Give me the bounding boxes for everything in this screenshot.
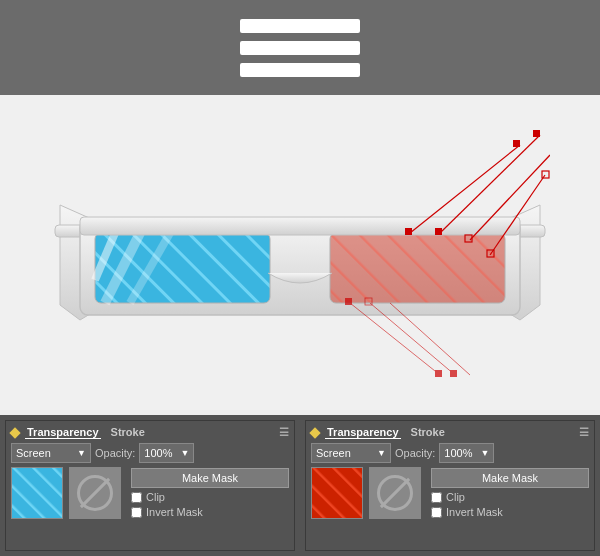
- invert-mask-label-left: Invert Mask: [146, 506, 203, 518]
- opacity-label-right: Opacity:: [395, 447, 435, 459]
- panel-options-right: Make Mask Clip Invert Mask: [431, 468, 589, 518]
- hamburger-line-2: [240, 41, 360, 55]
- blend-mode-dropdown-right[interactable]: Screen ▼: [311, 443, 391, 463]
- thumbnail-svg-left: [12, 468, 63, 519]
- hamburger-line-3: [240, 63, 360, 77]
- panel-menu-right[interactable]: ☰: [579, 426, 589, 439]
- blend-mode-dropdown-left[interactable]: Screen ▼: [11, 443, 91, 463]
- panel-tabs-right[interactable]: Transparency Stroke: [325, 426, 447, 439]
- dropdown-arrow-right: ▼: [377, 448, 386, 458]
- panel-controls-right: Screen ▼ Opacity: 100% ▼: [311, 443, 589, 463]
- transparency-panel-right: Transparency Stroke ☰ Screen ▼ Opacity: …: [305, 420, 595, 551]
- clip-checkbox-right[interactable]: [431, 492, 442, 503]
- clip-label-right: Clip: [446, 491, 465, 503]
- panel-body-left: Make Mask Clip Invert Mask: [11, 467, 289, 519]
- top-bar: [0, 0, 600, 95]
- svg-rect-11: [330, 233, 505, 303]
- transparency-panel-left: Transparency Stroke ☰ Screen ▼ Opacity: …: [5, 420, 295, 551]
- svg-rect-28: [450, 370, 457, 377]
- clip-label-left: Clip: [146, 491, 165, 503]
- clip-row-left: Clip: [131, 491, 289, 503]
- opacity-arrow-left: ▼: [180, 448, 189, 458]
- opacity-label-left: Opacity:: [95, 447, 135, 459]
- panel-controls-left: Screen ▼ Opacity: 100% ▼: [11, 443, 289, 463]
- tab-stroke-right[interactable]: Stroke: [409, 426, 447, 439]
- glasses-illustration: [50, 125, 550, 385]
- make-mask-button-right[interactable]: Make Mask: [431, 468, 589, 488]
- invert-mask-checkbox-right[interactable]: [431, 507, 442, 518]
- svg-rect-21: [513, 140, 520, 147]
- thumbnail-left[interactable]: [11, 467, 63, 519]
- svg-rect-29: [345, 298, 352, 305]
- hamburger-icon: [240, 19, 360, 77]
- no-circle-left: [77, 475, 113, 511]
- svg-rect-36: [312, 468, 363, 519]
- invert-mask-checkbox-left[interactable]: [131, 507, 142, 518]
- no-mask-icon-left[interactable]: [69, 467, 121, 519]
- dropdown-arrow-left: ▼: [77, 448, 86, 458]
- opacity-dropdown-left[interactable]: 100% ▼: [139, 443, 194, 463]
- tab-transparency-right[interactable]: Transparency: [325, 426, 401, 439]
- hamburger-line-1: [240, 19, 360, 33]
- svg-rect-17: [405, 228, 412, 235]
- svg-rect-22: [533, 130, 540, 137]
- panel-options-left: Make Mask Clip Invert Mask: [131, 468, 289, 518]
- thumbnail-right[interactable]: [311, 467, 363, 519]
- panel-body-right: Make Mask Clip Invert Mask: [311, 467, 589, 519]
- svg-rect-18: [435, 228, 442, 235]
- make-mask-button-left[interactable]: Make Mask: [131, 468, 289, 488]
- svg-rect-33: [12, 468, 63, 519]
- panel-tabs-left[interactable]: Transparency Stroke: [25, 426, 147, 439]
- no-circle-right: [377, 475, 413, 511]
- clip-row-right: Clip: [431, 491, 589, 503]
- invert-mask-row-left: Invert Mask: [131, 506, 289, 518]
- invert-mask-label-right: Invert Mask: [446, 506, 503, 518]
- panel-diamond-right: [309, 427, 320, 438]
- panel-diamond-left: [9, 427, 20, 438]
- opacity-arrow-right: ▼: [480, 448, 489, 458]
- clip-checkbox-left[interactable]: [131, 492, 142, 503]
- svg-rect-27: [435, 370, 442, 377]
- tab-transparency-left[interactable]: Transparency: [25, 426, 101, 439]
- panel-menu-left[interactable]: ☰: [279, 426, 289, 439]
- panel-header-left: Transparency Stroke ☰: [11, 426, 289, 439]
- opacity-dropdown-right[interactable]: 100% ▼: [439, 443, 494, 463]
- invert-mask-row-right: Invert Mask: [431, 506, 589, 518]
- no-mask-icon-right[interactable]: [369, 467, 421, 519]
- tab-stroke-left[interactable]: Stroke: [109, 426, 147, 439]
- panel-header-right: Transparency Stroke ☰: [311, 426, 589, 439]
- bottom-panels: Transparency Stroke ☰ Screen ▼ Opacity: …: [0, 415, 600, 556]
- canvas-area: [0, 95, 600, 415]
- glasses-svg: [50, 125, 550, 385]
- thumbnail-svg-right: [312, 468, 363, 519]
